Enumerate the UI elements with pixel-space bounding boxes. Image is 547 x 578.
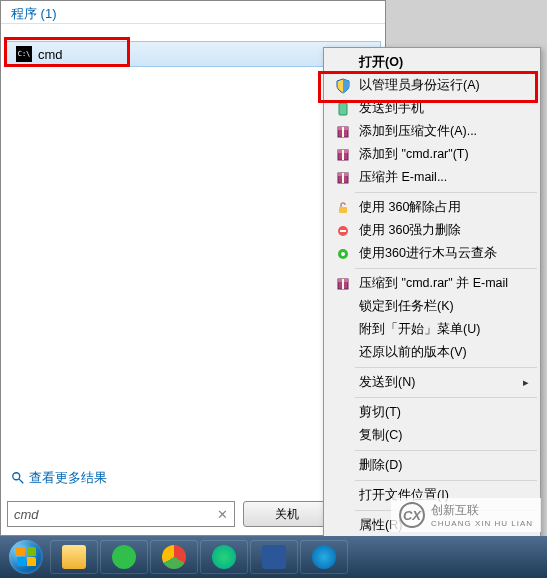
start-search-input-wrap: ✕ (7, 501, 235, 527)
svg-line-1 (19, 479, 23, 483)
svg-point-16 (341, 252, 345, 256)
blank-icon (333, 516, 353, 536)
context-menu: 打开(O) 以管理员身份运行(A) 发送到手机 添加到压缩文件(A)... 添加… (323, 47, 541, 541)
menu-open[interactable]: 打开(O) (327, 51, 537, 74)
clear-search-icon[interactable]: ✕ (217, 507, 228, 522)
taskbar-app-explorer[interactable] (50, 540, 98, 574)
menu-restore-prev[interactable]: 还原以前的版本(V) (327, 341, 537, 364)
shield-icon (333, 76, 353, 96)
menu-360-force-del[interactable]: 使用 360强力删除 (327, 219, 537, 242)
360-icon (112, 545, 136, 569)
rar-icon (333, 145, 353, 165)
svg-point-0 (13, 473, 20, 480)
menu-360-force-del-label: 使用 360强力删除 (359, 222, 461, 239)
menu-send-to-phone-label: 发送到手机 (359, 100, 424, 117)
360-unlock-icon (333, 198, 353, 218)
menu-pin-start-label: 附到「开始」菜单(U) (359, 321, 480, 338)
watermark: CX 创新互联 CHUANG XIN HU LIAN (391, 498, 541, 532)
menu-360-trojan-label: 使用360进行木马云查杀 (359, 245, 497, 262)
search-result-label: cmd (38, 47, 63, 62)
menu-compress-rar-email[interactable]: 压缩到 "cmd.rar" 并 E-mail (327, 272, 537, 295)
menu-send-to-phone[interactable]: 发送到手机 (327, 97, 537, 120)
svg-rect-11 (342, 173, 344, 183)
menu-separator (355, 480, 537, 481)
menu-compress-email-label: 压缩并 E-mail... (359, 169, 447, 186)
taskbar (0, 536, 547, 578)
rar-icon (333, 274, 353, 294)
search-icon (11, 471, 25, 485)
taskbar-app-word[interactable] (250, 540, 298, 574)
menu-add-archive[interactable]: 添加到压缩文件(A)... (327, 120, 537, 143)
taskbar-app-chrome[interactable] (150, 540, 198, 574)
menu-send-to-label: 发送到(N) (359, 374, 415, 391)
rar-icon (333, 122, 353, 142)
menu-add-archive-label: 添加到压缩文件(A)... (359, 123, 477, 140)
see-more-results-link[interactable]: 查看更多结果 (11, 469, 107, 487)
menu-compress-rar-email-label: 压缩到 "cmd.rar" 并 E-mail (359, 275, 508, 292)
watermark-logo-icon: CX (399, 502, 425, 528)
phone-icon (333, 99, 353, 119)
menu-pin-taskbar[interactable]: 锁定到任务栏(K) (327, 295, 537, 318)
menu-360-unlock-label: 使用 360解除占用 (359, 199, 461, 216)
shutdown-button[interactable]: 关机 (243, 501, 331, 527)
360-scan-icon (333, 244, 353, 264)
blank-icon (333, 426, 353, 446)
svg-rect-8 (342, 150, 344, 160)
blank-icon (333, 343, 353, 363)
menu-add-cmd-rar-label: 添加到 "cmd.rar"(T) (359, 146, 469, 163)
blank-icon (333, 403, 353, 423)
svg-rect-12 (339, 207, 347, 213)
menu-open-label: 打开(O) (359, 55, 403, 69)
menu-delete-label: 删除(D) (359, 457, 402, 474)
360browser-icon (212, 545, 236, 569)
menu-copy-label: 复制(C) (359, 427, 402, 444)
menu-360-trojan[interactable]: 使用360进行木马云查杀 (327, 242, 537, 265)
svg-rect-19 (342, 279, 344, 289)
taskbar-app-ie[interactable] (300, 540, 348, 574)
blank-icon (333, 456, 353, 476)
menu-pin-start[interactable]: 附到「开始」菜单(U) (327, 318, 537, 341)
svg-rect-2 (339, 103, 347, 115)
menu-copy[interactable]: 复制(C) (327, 424, 537, 447)
blank-icon (333, 486, 353, 506)
watermark-name: 创新互联 (431, 502, 533, 519)
blank-icon (333, 373, 353, 393)
rar-icon (333, 168, 353, 188)
360-delete-icon (333, 221, 353, 241)
see-more-label: 查看更多结果 (29, 469, 107, 487)
menu-separator (355, 268, 537, 269)
menu-add-cmd-rar[interactable]: 添加到 "cmd.rar"(T) (327, 143, 537, 166)
blank-icon (333, 53, 353, 73)
cmd-exe-icon (16, 46, 32, 62)
start-button[interactable] (4, 538, 48, 576)
menu-360-unlock[interactable]: 使用 360解除占用 (327, 196, 537, 219)
windows-logo-icon (9, 540, 43, 574)
blank-icon (333, 320, 353, 340)
ie-icon (312, 545, 336, 569)
taskbar-app-360[interactable] (100, 540, 148, 574)
svg-rect-5 (342, 127, 344, 137)
menu-run-as-admin-label: 以管理员身份运行(A) (359, 77, 480, 94)
menu-delete[interactable]: 删除(D) (327, 454, 537, 477)
blank-icon (333, 297, 353, 317)
programs-header: 程序 (1) (1, 1, 385, 24)
start-search-input[interactable] (14, 507, 217, 522)
menu-compress-email[interactable]: 压缩并 E-mail... (327, 166, 537, 189)
menu-send-to[interactable]: 发送到(N) (327, 371, 537, 394)
menu-restore-prev-label: 还原以前的版本(V) (359, 344, 467, 361)
menu-separator (355, 367, 537, 368)
menu-cut-label: 剪切(T) (359, 404, 401, 421)
menu-separator (355, 397, 537, 398)
menu-run-as-admin[interactable]: 以管理员身份运行(A) (327, 74, 537, 97)
menu-separator (355, 450, 537, 451)
menu-pin-taskbar-label: 锁定到任务栏(K) (359, 298, 454, 315)
chrome-icon (162, 545, 186, 569)
menu-separator (355, 192, 537, 193)
menu-cut[interactable]: 剪切(T) (327, 401, 537, 424)
word-icon (262, 545, 286, 569)
folder-icon (62, 545, 86, 569)
watermark-sub: CHUANG XIN HU LIAN (431, 519, 533, 528)
taskbar-app-360browser[interactable] (200, 540, 248, 574)
